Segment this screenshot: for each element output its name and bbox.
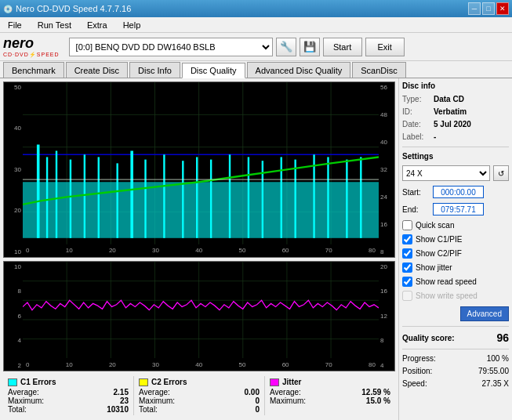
title-bar: 💿 Nero CD-DVD Speed 4.7.7.16 ─ □ ✕ xyxy=(0,0,512,17)
top-chart-x-axis: 01020304050607080 xyxy=(23,244,379,257)
tab-benchmark[interactable]: Benchmark xyxy=(3,62,64,78)
menu-help[interactable]: Help xyxy=(118,19,146,31)
bottom-chart-canvas xyxy=(23,262,379,358)
svg-rect-21 xyxy=(144,160,146,238)
jitter-average-row: Average: 12.59 % xyxy=(270,388,390,396)
svg-rect-15 xyxy=(56,150,57,237)
start-button[interactable]: Start xyxy=(323,38,362,56)
svg-rect-29 xyxy=(281,157,282,237)
right-panel: Disc info Type: Data CD ID: Verbatim Dat… xyxy=(398,78,512,420)
exit-button[interactable]: Exit xyxy=(365,38,405,56)
drive-icon-button[interactable]: 🔧 xyxy=(276,38,296,56)
show-c1-pie-row: Show C1/PIE xyxy=(402,234,509,244)
svg-rect-12 xyxy=(23,182,379,238)
c2-color-box xyxy=(139,378,148,386)
position-row: Position: 79:55.00 xyxy=(402,367,509,375)
disc-date-value: 5 Jul 2020 xyxy=(434,120,471,129)
close-button[interactable]: ✕ xyxy=(496,2,509,15)
c1-average-value: 2.15 xyxy=(114,388,129,396)
bottom-chart-y-right: 20 16 12 8 4 xyxy=(379,262,394,371)
svg-rect-32 xyxy=(327,157,329,237)
c2-total-row: Total: 0 xyxy=(139,405,260,414)
c2-total-value: 0 xyxy=(255,405,260,414)
end-time-row: End: xyxy=(402,203,509,215)
maximize-button[interactable]: □ xyxy=(482,2,495,15)
svg-rect-26 xyxy=(229,154,231,238)
svg-rect-20 xyxy=(130,150,133,237)
jitter-max-value: 15.0 % xyxy=(366,396,390,405)
svg-rect-24 xyxy=(196,157,198,237)
c1-max-value: 23 xyxy=(120,396,129,405)
svg-rect-14 xyxy=(46,157,48,237)
show-c2-pif-row: Show C2/PIF xyxy=(402,248,509,259)
save-button[interactable]: 💾 xyxy=(300,38,320,56)
menu-file[interactable]: File xyxy=(3,19,27,31)
quick-scan-row: Quick scan xyxy=(402,220,509,230)
c1-max-row: Maximum: 23 xyxy=(8,396,129,405)
top-chart-canvas xyxy=(23,82,379,244)
tab-bar: Benchmark Create Disc Disc Info Disc Qua… xyxy=(0,61,512,78)
show-jitter-row: Show jitter xyxy=(402,262,509,273)
stats-row: C1 Errors Average: 2.15 Maximum: 23 Tota… xyxy=(3,375,395,417)
show-jitter-checkbox[interactable] xyxy=(402,262,412,273)
progress-row: Progress: 100 % xyxy=(402,354,509,363)
show-read-speed-checkbox[interactable] xyxy=(402,277,412,287)
title-bar-controls: ─ □ ✕ xyxy=(468,2,509,15)
jitter-stats: Jitter Average: 12.59 % Maximum: 15.0 % xyxy=(265,376,395,415)
speed-selector[interactable]: 24 X xyxy=(402,165,490,181)
show-read-speed-row: Show read speed xyxy=(402,277,509,287)
divider-1 xyxy=(402,147,509,147)
jitter-label: Jitter xyxy=(270,378,390,386)
top-chart-y-right: 56 48 40 32 24 16 8 xyxy=(379,82,394,257)
svg-rect-34 xyxy=(360,157,361,237)
svg-rect-25 xyxy=(210,160,212,238)
settings-title: Settings xyxy=(402,152,509,161)
position-value: 79:55.00 xyxy=(478,367,509,375)
svg-rect-18 xyxy=(98,157,100,237)
show-c1-pie-checkbox[interactable] xyxy=(402,234,412,244)
progress-value: 100 % xyxy=(487,354,509,363)
svg-rect-13 xyxy=(37,145,40,238)
svg-rect-31 xyxy=(313,154,314,238)
jitter-average-value: 12.59 % xyxy=(361,388,390,396)
quick-scan-checkbox[interactable] xyxy=(402,220,412,230)
divider-2 xyxy=(402,326,509,327)
jitter-max-row: Maximum: 15.0 % xyxy=(270,396,390,405)
tab-advanced-disc-quality[interactable]: Advanced Disc Quality xyxy=(247,62,351,78)
show-write-speed-row: Show write speed xyxy=(402,291,509,301)
tab-create-disc[interactable]: Create Disc xyxy=(66,62,128,78)
quality-score-row: Quality score: 96 xyxy=(402,331,509,344)
nero-brand: nero xyxy=(3,35,34,52)
show-write-speed-checkbox[interactable] xyxy=(402,291,412,301)
c2-label: C2 Errors xyxy=(139,378,260,386)
c1-total-value: 10310 xyxy=(107,405,129,414)
svg-rect-23 xyxy=(182,161,183,238)
svg-rect-33 xyxy=(346,160,347,238)
disc-type-row: Type: Data CD xyxy=(402,95,509,103)
minimize-button[interactable]: ─ xyxy=(468,2,481,15)
title-bar-left: 💿 Nero CD-DVD Speed 4.7.7.16 xyxy=(3,4,131,13)
menu-run-test[interactable]: Run Test xyxy=(33,19,76,31)
title-bar-text: Nero CD-DVD Speed 4.7.7.16 xyxy=(16,4,131,13)
menu-extra[interactable]: Extra xyxy=(82,19,112,31)
start-time-input[interactable] xyxy=(433,186,484,198)
svg-rect-30 xyxy=(294,160,296,238)
disc-type-value: Data CD xyxy=(434,95,464,103)
speed-value: 27.35 X xyxy=(482,379,509,388)
chart-area: 50 40 30 20 10 56 48 40 32 24 16 8 xyxy=(0,78,398,420)
c2-max-value: 0 xyxy=(255,396,260,405)
c1-stats: C1 Errors Average: 2.15 Maximum: 23 Tota… xyxy=(3,376,134,415)
svg-rect-22 xyxy=(163,154,165,238)
show-c2-pif-checkbox[interactable] xyxy=(402,248,412,259)
drive-selector[interactable]: [0:0] BENQ DVD DD DW1640 BSLB xyxy=(69,38,273,56)
refresh-button[interactable]: ↺ xyxy=(493,165,509,181)
advanced-button[interactable]: Advanced xyxy=(460,306,509,321)
tab-disc-quality[interactable]: Disc Quality xyxy=(182,63,245,78)
menu-bar: File Run Test Extra Help xyxy=(0,17,512,33)
c2-average-row: Average: 0.00 xyxy=(139,388,260,396)
tab-scan-disc[interactable]: ScanDisc xyxy=(352,62,405,78)
tab-disc-info[interactable]: Disc Info xyxy=(129,62,180,78)
jitter-color-box xyxy=(270,378,279,386)
svg-rect-27 xyxy=(248,157,249,237)
end-time-input[interactable] xyxy=(433,203,484,215)
